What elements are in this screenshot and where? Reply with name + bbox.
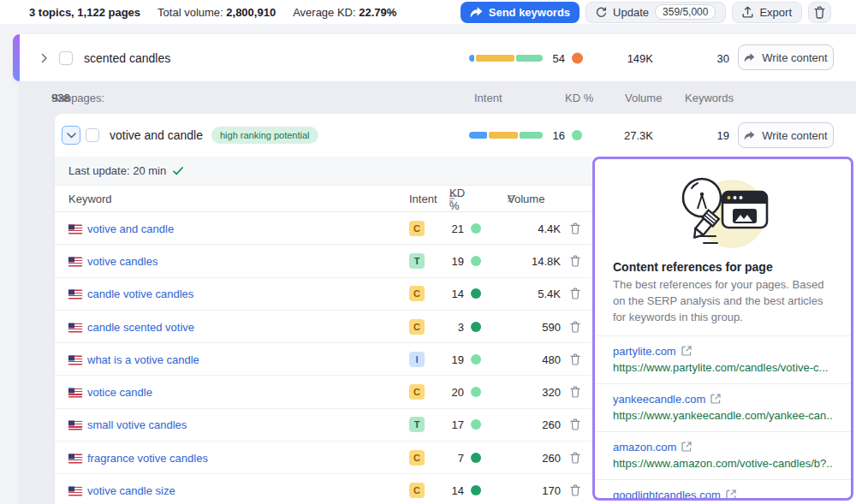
topic-keywords-count: 30 (669, 51, 729, 64)
export-icon (742, 6, 753, 18)
expand-topic-chevron-icon[interactable] (41, 53, 48, 63)
page-kd-dot (572, 130, 582, 140)
keyword-link[interactable]: votice candle (87, 386, 152, 399)
toolbar-actions: Send keywords Update 359/5,000 Export (461, 2, 831, 23)
keyword-link[interactable]: candle votive candles (87, 288, 193, 300)
kd-value: 19 (414, 254, 464, 267)
write-content-label: Write content (762, 129, 827, 142)
volume-value: 260 (501, 418, 561, 431)
content-references-panel: Content references for page The best ref… (592, 157, 853, 501)
column-header-keywords: Keywords (685, 92, 734, 104)
write-arrow-icon (744, 131, 755, 140)
high-ranking-potential-badge: high ranking potential (211, 127, 318, 144)
topic-kd-dot (572, 52, 583, 63)
delete-keyword-icon[interactable] (570, 222, 580, 234)
kd-dot (471, 387, 481, 397)
refresh-icon (596, 7, 607, 18)
column-header-intent: Intent (409, 193, 437, 205)
us-flag-icon (68, 454, 82, 463)
page-checkbox[interactable] (86, 128, 99, 142)
reference-domain-link[interactable]: goodlightcandles.com (613, 487, 736, 501)
keyword-link[interactable]: votive candle size (87, 484, 175, 497)
collapse-page-chevron[interactable] (62, 126, 80, 145)
column-header-volume-sort[interactable]: Volume (508, 195, 516, 203)
external-link-icon (726, 489, 736, 500)
kd-value: 21 (414, 222, 464, 234)
kd-value: 19 (414, 353, 464, 365)
reference-domain-link[interactable]: partylite.com (613, 343, 692, 359)
last-update-text: Last update: 20 min (68, 164, 166, 177)
topic-row: scented candles 54 149K 30 Write content (13, 34, 856, 81)
delete-keyword-icon[interactable] (570, 386, 580, 398)
write-content-label: Write content (762, 51, 827, 64)
page-row: votive and candle high ranking potential… (55, 114, 856, 157)
keyword-strategy-builder-screen: 3 topics, 1,122 pages Total volume: 2,80… (0, 0, 856, 504)
topic-write-content-button[interactable]: Write content (738, 44, 834, 70)
reference-url: https://www.partylite.com/candles/votive… (613, 359, 833, 376)
kd-dot (471, 256, 481, 266)
table-row: fragrance votive candles C 7 260 (55, 442, 592, 474)
keyword-link[interactable]: fragrance votive candles (87, 451, 208, 464)
page-volume: 27.3K (585, 129, 653, 142)
page-write-content-button[interactable]: Write content (738, 122, 834, 148)
table-row: small votive candles T 17 260 (55, 409, 592, 442)
delete-keyword-icon[interactable] (570, 321, 580, 333)
delete-button[interactable] (808, 2, 831, 23)
keyword-link[interactable]: what is a votive candle (87, 353, 199, 365)
volume-value: 590 (501, 320, 561, 333)
page-kd-value: 16 (514, 129, 565, 142)
column-header-kd-sort[interactable]: KD % (449, 195, 458, 203)
volume-value: 5.4K (501, 288, 561, 300)
topic-kd-value: 54 (514, 51, 565, 64)
delete-keyword-icon[interactable] (570, 255, 580, 267)
update-button[interactable]: Update 359/5,000 (586, 2, 726, 23)
kd-value: 7 (414, 451, 464, 464)
keywords-pane: Last update: 20 min Keyword Intent KD % … (55, 157, 592, 504)
keyword-link[interactable]: votive candles (87, 254, 158, 267)
delete-keyword-icon[interactable] (570, 418, 580, 430)
us-flag-icon (68, 290, 82, 299)
keyword-link[interactable]: small votive candles (87, 418, 187, 431)
kd-value: 20 (414, 386, 464, 399)
send-keywords-label: Send keywords (489, 6, 570, 19)
toolbar: 3 topics, 1,122 pages Total volume: 2,80… (0, 0, 856, 24)
update-quota-pill: 359/5,000 (655, 4, 716, 20)
volume-value: 260 (501, 451, 561, 464)
delete-keyword-icon[interactable] (570, 484, 580, 496)
us-flag-icon (68, 257, 82, 266)
kd-dot (471, 485, 481, 495)
us-flag-icon (68, 388, 82, 398)
delete-keyword-icon[interactable] (570, 452, 580, 464)
table-row: votive candle size C 14 170 (55, 474, 592, 504)
kd-dot (471, 223, 481, 234)
summary-stats: 3 topics, 1,122 pages Total volume: 2,80… (29, 6, 396, 19)
us-flag-icon (68, 487, 82, 496)
keyword-link[interactable]: candle scented votive (87, 320, 194, 333)
send-keywords-button[interactable]: Send keywords (461, 2, 580, 23)
reference-item: partylite.com https://www.partylite.com/… (595, 335, 851, 383)
delete-keyword-icon[interactable] (570, 353, 580, 365)
send-arrow-icon (470, 7, 483, 18)
kd-dot (471, 322, 481, 332)
topic-checkbox[interactable] (59, 51, 73, 65)
export-button[interactable]: Export (732, 2, 802, 23)
kd-value: 3 (414, 320, 464, 333)
reference-domain-link[interactable]: yankeecandle.com (613, 391, 721, 407)
reference-item: goodlightcandles.com https://goodlightca… (595, 479, 851, 501)
write-arrow-icon (744, 53, 755, 62)
subpages-header: Subpages: 938 Intent KD % Volume Keyword… (19, 81, 856, 114)
reference-domain-link[interactable]: amazon.com (613, 439, 692, 455)
keyword-link[interactable]: votive and candle (87, 222, 174, 234)
check-icon (173, 167, 183, 175)
column-header-volume: Volume (625, 92, 662, 104)
external-link-icon (710, 394, 721, 404)
references-title: Content references for page (595, 255, 851, 277)
volume-value: 320 (501, 386, 561, 399)
kd-value: 14 (414, 484, 464, 497)
column-header-kd: KD % (565, 92, 593, 104)
reference-item: amazon.com https://www.amazon.com/votive… (595, 431, 851, 479)
topic-volume: 149K (585, 51, 653, 64)
delete-keyword-icon[interactable] (570, 288, 580, 299)
kd-dot (471, 453, 481, 463)
table-row: votive and candle C 21 4.4K (55, 212, 592, 245)
